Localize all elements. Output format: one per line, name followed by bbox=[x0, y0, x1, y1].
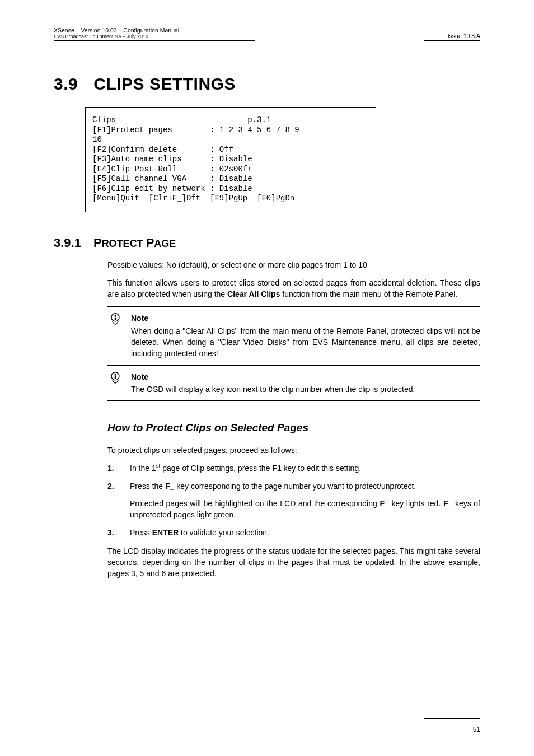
howto-intro: To protect clips on selected pages, proc… bbox=[107, 445, 480, 456]
header-subtitle: EVS Broadcast Equipment SA – July 2010 bbox=[54, 34, 255, 39]
step-1-key: F1 bbox=[272, 464, 281, 473]
step-1-a: In the 1 bbox=[130, 464, 156, 473]
note-separator-bottom bbox=[107, 400, 480, 401]
step-1-body: In the 1st page of Clip settings, press … bbox=[130, 463, 480, 474]
step-3-a: Press bbox=[130, 528, 152, 537]
step-2-p2key2: F_ bbox=[443, 499, 452, 508]
step-2-body: Press the F_ key corresponding to the pa… bbox=[130, 480, 480, 520]
step-1-b: page of Clip settings, press the bbox=[160, 464, 272, 473]
note-2-label: Note bbox=[131, 371, 480, 382]
page: XSense – Version 10.03 – Configuration M… bbox=[0, 0, 534, 756]
section-number: 3.9 bbox=[54, 74, 78, 94]
step-1-marker: 1. bbox=[107, 463, 130, 474]
section-title-text: CLIPS SETTINGS bbox=[93, 74, 236, 93]
step-3-marker: 3. bbox=[107, 527, 130, 538]
note-1-body: Note When doing a "Clear All Clips" from… bbox=[131, 312, 480, 359]
para2-bold: Clear All Clips bbox=[227, 290, 280, 298]
step-3-key: ENTER bbox=[152, 528, 179, 537]
body: Possible values: No (default), or select… bbox=[107, 259, 480, 580]
terminal-block: Clips p.3.1 [F1]Protect pages : 1 2 3 4 … bbox=[85, 107, 376, 212]
svg-point-1 bbox=[114, 315, 116, 317]
note-2: Note The OSD will display a key icon nex… bbox=[107, 371, 480, 395]
step-2: 2. Press the F_ key corresponding to the… bbox=[107, 480, 480, 520]
section-heading: 3.9CLIPS SETTINGS bbox=[54, 74, 480, 94]
step-2-marker: 2. bbox=[107, 480, 130, 520]
svg-rect-5 bbox=[115, 376, 116, 378]
header-issue: Issue 10.3.A bbox=[424, 32, 480, 39]
note-1-text-underline: When doing a "Clear Video Disks" from EV… bbox=[131, 338, 480, 358]
step-1: 1. In the 1st page of Clip settings, pre… bbox=[107, 463, 480, 474]
step-2-p2b: key lights red. bbox=[389, 499, 443, 508]
step-3: 3. Press ENTER to validate your selectio… bbox=[107, 527, 480, 538]
header-right-block: Issue 10.3.A bbox=[424, 32, 480, 41]
page-number: 51 bbox=[473, 726, 480, 734]
footer-rule bbox=[424, 718, 480, 719]
note-2-text: The OSD will display a key icon next to … bbox=[131, 384, 480, 395]
step-3-body: Press ENTER to validate your selection. bbox=[130, 527, 480, 538]
note-icon bbox=[107, 312, 123, 328]
svg-point-4 bbox=[114, 374, 116, 375]
howto-heading: How to Protect Clips on Selected Pages bbox=[107, 420, 480, 436]
para2-part-c: function from the main menu of the Remot… bbox=[280, 290, 457, 298]
note-1: Note When doing a "Clear All Clips" from… bbox=[107, 312, 480, 359]
paragraph-function-desc: This function allows users to protect cl… bbox=[107, 277, 480, 300]
page-header: XSense – Version 10.03 – Configuration M… bbox=[54, 27, 480, 41]
step-3-b: to validate your selection. bbox=[179, 528, 269, 537]
svg-rect-2 bbox=[115, 318, 116, 320]
note-1-label: Note bbox=[131, 312, 480, 324]
step-2-p1b: key corresponding to the page number you… bbox=[174, 482, 416, 491]
subsection-word2-cap: P bbox=[146, 236, 154, 250]
header-left: XSense – Version 10.03 – Configuration M… bbox=[54, 27, 255, 41]
closing-paragraph: The LCD display indicates the progress o… bbox=[107, 545, 480, 580]
header-rule-left bbox=[54, 40, 255, 41]
note-1-text: When doing a "Clear All Clips" from the … bbox=[131, 325, 480, 360]
step-2-p2key1: F_ bbox=[380, 499, 388, 508]
subsection-word1-cap: P bbox=[93, 236, 102, 250]
note-separator-top bbox=[107, 306, 480, 307]
note-2-body: Note The OSD will display a key icon nex… bbox=[131, 371, 480, 395]
step-2-p1a: Press the bbox=[130, 482, 165, 491]
step-2-p2a: Protected pages will be highlighted on t… bbox=[130, 499, 380, 508]
note-icon bbox=[107, 371, 123, 387]
header-rule-right bbox=[424, 40, 480, 41]
subsection-number: 3.9.1 bbox=[54, 236, 81, 250]
paragraph-possible-values: Possible values: No (default), or select… bbox=[107, 259, 480, 270]
note-separator-mid bbox=[107, 365, 480, 366]
subsection-heading: 3.9.1PROTECT PAGE bbox=[54, 236, 480, 250]
subsection-word1-rest: ROTECT bbox=[102, 238, 146, 249]
header-title: XSense – Version 10.03 – Configuration M… bbox=[54, 27, 255, 34]
subsection-title: PROTECT PAGE bbox=[93, 236, 176, 250]
step-1-c: key to edit this setting. bbox=[282, 464, 361, 473]
steps-list: 1. In the 1st page of Clip settings, pre… bbox=[107, 463, 480, 538]
step-2-p1key: F_ bbox=[165, 482, 174, 491]
subsection-word2-rest: AGE bbox=[154, 238, 176, 249]
